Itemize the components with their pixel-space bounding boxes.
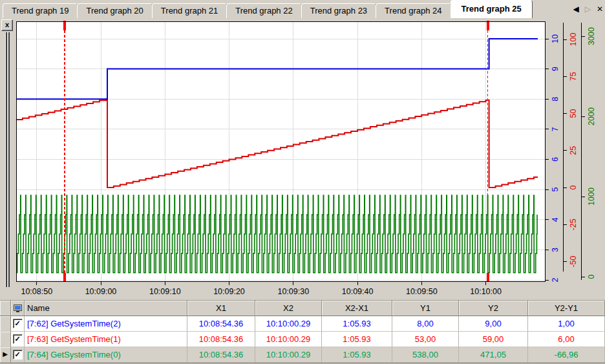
tab-trend-graph-19[interactable]: Trend graph 19 — [3, 3, 78, 18]
svg-text:6: 6 — [551, 157, 560, 162]
column-header-y2-y1[interactable]: Y2-Y1 — [528, 301, 605, 316]
tab-scroll-controls: ◀ ▷ ✕ — [573, 5, 603, 14]
series-visible-checkbox[interactable]: ✓ — [13, 319, 23, 328]
svg-text:10: 10 — [551, 34, 560, 43]
tab-trend-graph-25[interactable]: Trend graph 25 — [451, 0, 533, 18]
svg-text:-50: -50 — [569, 255, 578, 267]
x1-value: 10:08:54.36 — [187, 347, 255, 363]
x1-value: 10:08:54.36 — [187, 316, 255, 332]
trend-manager-window: Trend graph 19Trend graph 20Trend graph … — [0, 0, 605, 364]
tab-scroll-left-icon[interactable]: ◀ — [573, 5, 578, 14]
tab-trend-graph-22[interactable]: Trend graph 22 — [226, 3, 301, 18]
row-gutter-header — [0, 301, 11, 316]
series-visible-checkbox[interactable]: ✓ — [13, 350, 23, 359]
row-selector-cell[interactable]: ▶ — [0, 347, 11, 363]
svg-text:50: 50 — [569, 109, 578, 118]
x2-x1-value: 1:05.93 — [322, 332, 392, 347]
svg-text:10:09:10: 10:09:10 — [149, 287, 181, 296]
measurement-table: NameX1X2X2-X1Y1Y2Y2-Y1 ✓[7:62] GetSystem… — [0, 300, 605, 363]
series-name: [7:64] GetSystemTime(0) — [25, 347, 187, 363]
svg-text:0: 0 — [569, 185, 578, 189]
svg-text:9: 9 — [551, 67, 560, 71]
svg-text:10:08:50: 10:08:50 — [21, 287, 52, 296]
chart-close-button[interactable]: x — [1, 19, 13, 31]
x1-value: 10:08:54.36 — [187, 332, 255, 347]
y2-value: 471,05 — [459, 347, 528, 363]
column-header-y2[interactable]: Y2 — [459, 301, 528, 316]
tabs-close-icon[interactable]: ✕ — [597, 5, 603, 14]
svg-text:3: 3 — [551, 248, 560, 252]
x2-value: 10:10:00.29 — [255, 316, 322, 332]
column-header-x1[interactable]: X1 — [187, 301, 255, 316]
visibility-cell: ✓ — [11, 332, 25, 347]
svg-text:4: 4 — [551, 217, 560, 222]
table-bottom-border — [0, 363, 605, 363]
column-header-y1[interactable]: Y1 — [392, 301, 459, 316]
svg-text:10:09:50: 10:09:50 — [406, 287, 438, 296]
tab-scroll-right-icon[interactable]: ▷ — [585, 5, 591, 14]
x2-x1-value: 1:05.93 — [322, 347, 392, 363]
svg-text:5: 5 — [551, 187, 560, 192]
y2-y1-value: 1,00 — [528, 316, 605, 332]
svg-text:0: 0 — [587, 274, 596, 279]
y2-y1-value: 6,00 — [528, 332, 605, 347]
tab-bar: Trend graph 19Trend graph 20Trend graph … — [0, 0, 605, 18]
svg-text:7: 7 — [551, 127, 560, 131]
tab-trend-graph-24[interactable]: Trend graph 24 — [376, 3, 451, 18]
row-selector-cell[interactable] — [0, 316, 11, 332]
table-row[interactable]: ✓[7:62] GetSystemTime(2)10:08:54.3610:10… — [0, 316, 605, 332]
svg-text:3000: 3000 — [587, 27, 596, 45]
svg-text:1000: 1000 — [587, 187, 596, 206]
y2-value: 59,00 — [459, 332, 528, 347]
x2-value: 10:10:00.29 — [255, 347, 322, 363]
y1-value: 53,00 — [392, 332, 459, 347]
svg-text:10:09:20: 10:09:20 — [213, 287, 245, 296]
column-header-name[interactable]: Name — [25, 301, 187, 316]
table-row[interactable]: ▶✓[7:64] GetSystemTime(0)10:08:54.3610:1… — [0, 347, 605, 363]
svg-text:2000: 2000 — [587, 107, 596, 125]
y1-value: 538,00 — [392, 347, 459, 363]
y2-y1-value: -66,96 — [528, 347, 605, 363]
svg-text:-25: -25 — [569, 219, 578, 230]
svg-text:2: 2 — [551, 277, 560, 282]
svg-text:25: 25 — [569, 146, 578, 155]
tab-trend-graph-23[interactable]: Trend graph 23 — [301, 3, 376, 18]
y-axis-blue: 2345678910 — [545, 34, 560, 282]
visibility-cell: ✓ — [11, 316, 25, 332]
column-header-x2[interactable]: X2 — [255, 301, 322, 316]
x-axis: 10:08:5010:09:0010:09:1010:09:2010:09:30… — [21, 281, 502, 296]
variables-monitor-icon — [11, 301, 24, 316]
svg-text:10:09:00: 10:09:00 — [85, 287, 117, 296]
table-row[interactable]: ✓[7:63] GetSystemTime(1)10:08:54.3610:10… — [0, 332, 605, 347]
x2-x1-value: 1:05.93 — [322, 316, 392, 332]
tab-trend-graph-21[interactable]: Trend graph 21 — [152, 3, 227, 18]
column-header-x2-x1[interactable]: X2-X1 — [322, 301, 392, 316]
visibility-cell: ✓ — [11, 347, 25, 363]
tab-trend-graph-20[interactable]: Trend graph 20 — [77, 3, 152, 18]
svg-text:10:09:40: 10:09:40 — [342, 287, 374, 296]
trend-chart[interactable]: 10:08:5010:09:0010:09:1010:09:2010:09:30… — [0, 18, 605, 300]
series-visible-checkbox[interactable]: ✓ — [13, 334, 23, 344]
y-axis-red: -50-250255075100 — [563, 23, 578, 272]
series-name: [7:63] GetSystemTime(1) — [25, 332, 187, 347]
table-header-row: NameX1X2X2-X1Y1Y2Y2-Y1 — [0, 301, 605, 316]
svg-text:8: 8 — [551, 97, 560, 102]
x2-value: 10:10:00.29 — [255, 332, 322, 347]
y2-value: 9,00 — [459, 316, 528, 332]
svg-text:10:09:30: 10:09:30 — [277, 287, 309, 296]
svg-text:100: 100 — [569, 33, 578, 47]
svg-text:10:10:00: 10:10:00 — [470, 287, 502, 296]
series-name: [7:62] GetSystemTime(2) — [25, 316, 187, 332]
chart-panel: 10:08:5010:09:0010:09:1010:09:2010:09:30… — [0, 18, 605, 300]
svg-text:75: 75 — [569, 72, 578, 81]
vertical-splitter-handle[interactable] — [5, 32, 10, 287]
row-selector-cell[interactable] — [0, 332, 11, 347]
y1-value: 8,00 — [392, 316, 459, 332]
visibility-column-header — [11, 301, 25, 316]
y-axis-green: 0100020003000 — [581, 23, 596, 280]
